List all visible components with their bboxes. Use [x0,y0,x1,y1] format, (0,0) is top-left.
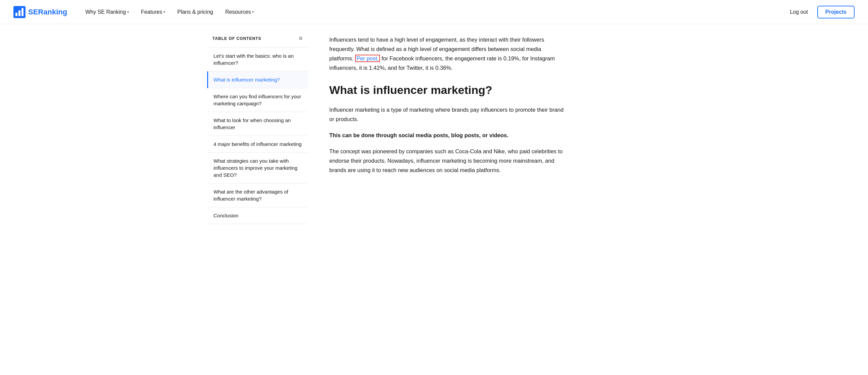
page-layout: TABLE OF CONTENTS ≡ Let's start with the… [199,24,669,375]
navbar: SERanking Why SE Ranking ▾ Features ▾ Pl… [0,0,868,24]
logo[interactable]: SERanking [13,6,67,18]
svg-rect-2 [19,10,21,16]
toc-item-what-to-look-for[interactable]: What to look for when choosing an influe… [207,112,308,136]
toc-item-other-advantages[interactable]: What are the other advantages of influen… [207,183,308,207]
toc-menu-icon[interactable]: ≡ [299,35,303,42]
logo-text: SERanking [28,8,67,16]
features-chevron-icon: ▾ [163,10,165,14]
toc-item-major-benefits[interactable]: 4 major benefits of influencer marketing [207,136,308,152]
toc-item-strategies[interactable]: What strategies can you take with influe… [207,152,308,183]
nav-plans-pricing[interactable]: Plans & pricing [173,6,218,18]
toc-item-basics[interactable]: Let's start with the basics: who is an i… [207,47,308,71]
svg-rect-1 [16,13,18,16]
section-paragraph-2: The concept was pioneered by companies s… [329,146,567,175]
toc-title: TABLE OF CONTENTS [213,36,261,41]
nav-resources[interactable]: Resources ▾ [220,6,258,18]
main-content: Influencers tend to have a high level of… [308,24,583,375]
sidebar: TABLE OF CONTENTS ≡ Let's start with the… [207,24,308,375]
toc-list: Let's start with the basics: who is an i… [207,47,308,224]
intro-paragraph: Influencers tend to have a high level of… [329,35,567,72]
section-paragraph-bold: This can be done through social media po… [329,131,567,140]
resources-chevron-icon: ▾ [252,10,254,14]
nav-features[interactable]: Features ▾ [136,6,170,18]
section-title: What is influencer marketing? [329,83,567,97]
svg-rect-3 [22,8,24,16]
projects-button[interactable]: Projects [817,6,855,19]
toc-header: TABLE OF CONTENTS ≡ [207,35,308,47]
why-se-ranking-chevron-icon: ▾ [127,10,129,14]
navbar-nav: Why SE Ranking ▾ Features ▾ Plans & pric… [81,6,786,18]
navbar-actions: Log out Projects [786,6,855,19]
toc-item-what-is[interactable]: What is influencer marketing? [207,71,308,88]
logo-icon [13,6,26,18]
logout-button[interactable]: Log out [786,6,812,18]
toc-item-find-influencers[interactable]: Where can you find influencers for your … [207,88,308,112]
section-paragraph-1: Influencer marketing is a type of market… [329,105,567,124]
per-post-link[interactable]: Per post, [355,55,380,62]
toc-item-conclusion[interactable]: Conclusion [207,207,308,224]
nav-why-se-ranking[interactable]: Why SE Ranking ▾ [81,6,133,18]
